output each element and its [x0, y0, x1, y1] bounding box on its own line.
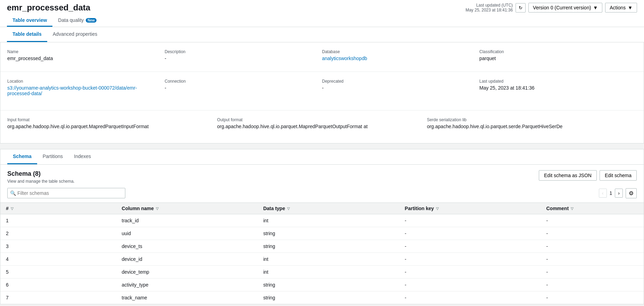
cell-column-name: track_id	[116, 214, 258, 227]
table-settings-button[interactable]: ⚙	[626, 188, 637, 198]
refresh-icon: ↻	[519, 5, 522, 10]
detail-database: Database analyticsworkshopdb	[322, 49, 479, 68]
top-tabs: Table overview Data quality New	[7, 15, 637, 27]
cell-num: 1	[0, 214, 116, 227]
cell-partition-key: -	[399, 214, 541, 227]
edit-schema-json-button[interactable]: Edit schema as JSON	[539, 170, 597, 181]
next-page-button[interactable]: ›	[615, 189, 623, 198]
cell-num: 2	[0, 227, 116, 240]
cell-column-name: device_id	[116, 253, 258, 266]
refresh-button[interactable]: ↻	[516, 3, 526, 13]
detail-serde-lib: Serde serialization lib org.apache.hadoo…	[427, 117, 637, 136]
cell-comment: -	[541, 266, 644, 279]
cell-data-type: string	[258, 279, 399, 291]
sub-tab-table-details[interactable]: Table details	[7, 27, 47, 42]
cell-data-type: string	[258, 227, 399, 240]
cell-data-type: string	[258, 240, 399, 253]
sub-tabs: Table details Advanced properties	[7, 27, 637, 42]
col-header-column-name: Column name ▽	[116, 203, 258, 214]
database-link[interactable]: analyticsworkshopdb	[322, 56, 367, 61]
detail-last-updated: Last updated May 25, 2023 at 18:41:36	[479, 79, 637, 103]
cell-data-type: int	[258, 253, 399, 266]
tab-data-quality[interactable]: Data quality New	[52, 15, 102, 27]
cell-column-name: activity_type	[116, 279, 258, 291]
table-row: 7 track_name string - -	[0, 291, 644, 304]
location-link[interactable]: s3://yourname-analytics-workshop-bucket-…	[7, 85, 137, 96]
detail-deprecated: Deprecated -	[322, 79, 479, 103]
filter-wrapper: 🔍	[7, 188, 125, 198]
schema-tabs: Schema Partitions Indexes	[0, 149, 644, 165]
chevron-down-icon: ▼	[628, 5, 633, 10]
col-header-comment: Comment ▽	[541, 203, 644, 214]
cell-num: 3	[0, 240, 116, 253]
sort-icon: ▽	[11, 207, 14, 210]
col-header-partition-key: Partition key ▽	[399, 203, 541, 214]
version-button[interactable]: Version 0 (Current version) ▼	[528, 3, 602, 13]
search-icon: 🔍	[10, 190, 16, 196]
schema-tab-partitions[interactable]: Partitions	[37, 149, 68, 164]
cell-data-type: string	[258, 291, 399, 304]
detail-input-format: Input format org.apache.hadoop.hive.ql.i…	[7, 117, 217, 136]
sub-tabs-container: Table details Advanced properties	[0, 27, 644, 42]
schema-table: # ▽ Column name ▽ Data type ▽	[0, 202, 644, 304]
sort-icon: ▽	[156, 207, 159, 210]
schema-header: Schema (8) View and manage the table sch…	[0, 165, 644, 188]
cell-partition-key: -	[399, 266, 541, 279]
schema-filter-input[interactable]	[7, 188, 125, 198]
last-updated-info: Last updated (UTC) May 25, 2023 at 18:41…	[466, 3, 513, 13]
table-row: 2 uuid string - -	[0, 227, 644, 240]
cell-column-name: uuid	[116, 227, 258, 240]
table-row: 3 device_ts string - -	[0, 240, 644, 253]
table-row: 5 device_temp int - -	[0, 266, 644, 279]
schema-table-body: 1 track_id int - - 2 uuid string - - 3 d…	[0, 214, 644, 304]
detail-connection: Connection -	[165, 79, 322, 103]
schema-section: Schema Partitions Indexes Schema (8) Vie…	[0, 149, 644, 304]
col-header-num: # ▽	[0, 203, 116, 214]
cell-comment: -	[541, 214, 644, 227]
detail-location: Location s3://yourname-analytics-worksho…	[7, 79, 165, 103]
content-area: Table details Advanced properties Name e…	[0, 27, 644, 304]
detail-name: Name emr_processed_data	[7, 49, 165, 68]
table-row: 6 activity_type string - -	[0, 279, 644, 291]
table-row: 4 device_id int - -	[0, 253, 644, 266]
table-row: 1 track_id int - -	[0, 214, 644, 227]
cell-column-name: device_temp	[116, 266, 258, 279]
schema-title-area: Schema (8) View and manage the table sch…	[7, 170, 75, 184]
detail-classification: Classification parquet	[479, 49, 637, 68]
cell-num: 7	[0, 291, 116, 304]
table-header-row: # ▽ Column name ▽ Data type ▽	[0, 203, 644, 214]
pagination-controls: ‹ 1 › ⚙	[599, 188, 637, 198]
cell-partition-key: -	[399, 279, 541, 291]
schema-tab-indexes[interactable]: Indexes	[68, 149, 97, 164]
cell-column-name: device_ts	[116, 240, 258, 253]
actions-button[interactable]: Actions ▼	[605, 3, 637, 13]
tab-table-overview[interactable]: Table overview	[7, 15, 52, 27]
cell-comment: -	[541, 291, 644, 304]
cell-data-type: int	[258, 266, 399, 279]
chevron-down-icon: ▼	[593, 5, 598, 10]
page-title: emr_processed_data	[7, 3, 90, 13]
edit-schema-button[interactable]: Edit schema	[600, 170, 637, 181]
chevron-left-icon: ‹	[602, 190, 604, 196]
new-badge: New	[86, 18, 97, 23]
cell-column-name: track_name	[116, 291, 258, 304]
sort-icon: ▽	[436, 207, 439, 210]
filter-row: 🔍 ‹ 1 › ⚙	[0, 188, 644, 202]
detail-output-format: Output format org.apache.hadoop.hive.ql.…	[217, 117, 427, 136]
details-row1: Name emr_processed_data Description - Da…	[0, 42, 644, 72]
schema-tab-schema[interactable]: Schema	[7, 149, 37, 164]
page-header: emr_processed_data Last updated (UTC) Ma…	[0, 0, 644, 27]
cell-partition-key: -	[399, 291, 541, 304]
details-section: Name emr_processed_data Description - Da…	[0, 42, 644, 143]
header-actions: Last updated (UTC) May 25, 2023 at 18:41…	[466, 3, 637, 13]
sort-icon: ▽	[287, 207, 290, 210]
chevron-right-icon: ›	[618, 190, 620, 196]
cell-num: 6	[0, 279, 116, 291]
sub-tab-advanced-properties[interactable]: Advanced properties	[47, 27, 103, 42]
details-row3: Input format org.apache.hadoop.hive.ql.i…	[0, 110, 644, 143]
cell-comment: -	[541, 253, 644, 266]
prev-page-button[interactable]: ‹	[599, 189, 607, 198]
page-number: 1	[610, 190, 612, 196]
cell-partition-key: -	[399, 227, 541, 240]
details-row2: Location s3://yourname-analytics-worksho…	[0, 72, 644, 110]
